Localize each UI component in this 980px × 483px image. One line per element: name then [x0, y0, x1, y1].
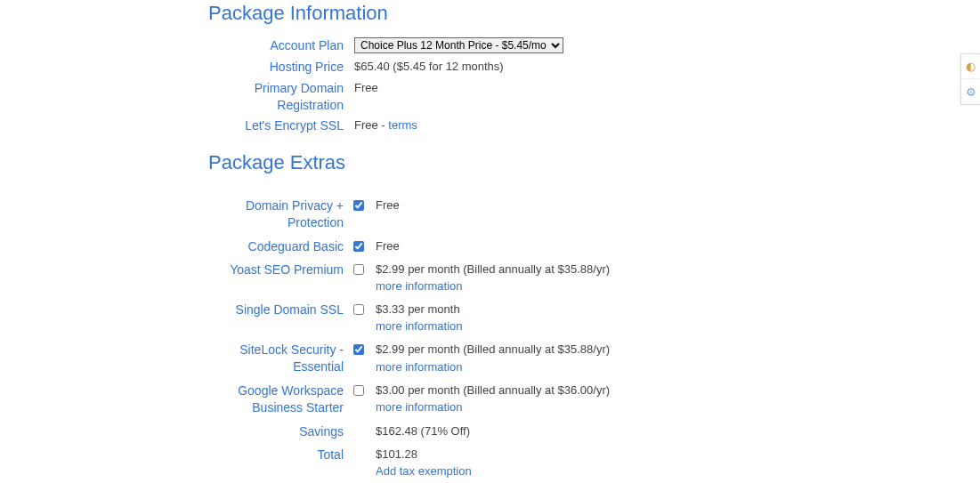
google-workspace-checkbox[interactable] [353, 385, 364, 396]
total-label: Total [208, 447, 351, 463]
sitelock-checkbox[interactable] [353, 344, 364, 355]
domain-privacy-checkbox[interactable] [353, 200, 364, 211]
domain-privacy-price: Free [367, 197, 400, 213]
savings-row: Savings $162.48 (71% Off) [208, 423, 962, 441]
sitelock-price: $2.99 per month (Billed annually at $35.… [376, 342, 610, 356]
single-ssl-row: Single Domain SSL $3.33 per month more i… [208, 302, 962, 334]
total-value: $101.28 [376, 447, 417, 461]
codeguard-price: Free [367, 238, 400, 254]
single-ssl-label: Single Domain SSL [208, 302, 351, 318]
tax-exemption-link[interactable]: Add tax exemption [376, 463, 472, 479]
hosting-price-label: Hosting Price [208, 59, 351, 76]
domain-privacy-label: Domain Privacy + Protection [208, 197, 351, 231]
hosting-price-value: $65.40 ($5.45 for 12 months) [354, 59, 504, 75]
terms-link[interactable]: terms [388, 118, 417, 132]
single-ssl-checkbox[interactable] [353, 304, 364, 315]
single-ssl-more-info-link[interactable]: more information [376, 318, 463, 334]
google-workspace-row: Google Workspace Business Starter $3.00 … [208, 382, 962, 416]
codeguard-label: Codeguard Basic [208, 238, 351, 255]
google-workspace-label: Google Workspace Business Starter [208, 382, 351, 416]
domain-privacy-row: Domain Privacy + Protection Free [208, 197, 962, 231]
yoast-checkbox[interactable] [353, 264, 364, 275]
savings-label: Savings [208, 423, 351, 440]
lets-encrypt-row: Let's Encrypt SSL Free - terms [208, 117, 962, 135]
yoast-row: Yoast SEO Premium $2.99 per month (Bille… [208, 262, 962, 294]
lets-encrypt-value: Free - terms [354, 117, 417, 133]
yoast-price: $2.99 per month (Billed annually at $35.… [376, 262, 610, 276]
google-workspace-price: $3.00 per month (Billed annually at $36.… [376, 383, 610, 397]
yoast-label: Yoast SEO Premium [208, 262, 351, 278]
side-tab-1[interactable]: ◐ [961, 54, 980, 79]
google-workspace-more-info-link[interactable]: more information [376, 399, 610, 415]
codeguard-checkbox[interactable] [353, 241, 364, 252]
codeguard-row: Codeguard Basic Free [208, 238, 962, 256]
lets-encrypt-label: Let's Encrypt SSL [208, 117, 351, 134]
primary-domain-row: Primary Domain Registration Free [208, 80, 962, 114]
sitelock-label: SiteLock Security - Essential [208, 342, 351, 375]
total-row: Total $101.28 Add tax exemption [208, 447, 962, 479]
account-plan-select[interactable]: Choice Plus 12 Month Price - $5.45/mo [354, 37, 563, 53]
single-ssl-price: $3.33 per month [376, 302, 460, 316]
side-tab-2[interactable]: ⚙ [961, 79, 980, 104]
package-extras-header: Package Extras [208, 151, 962, 174]
account-plan-label: Account Plan [208, 37, 351, 54]
account-plan-row: Account Plan Choice Plus 12 Month Price … [208, 37, 962, 55]
side-tabs: ◐ ⚙ [960, 53, 980, 105]
hosting-price-row: Hosting Price $65.40 ($5.45 for 12 month… [208, 59, 962, 76]
package-information-header: Package Information [208, 2, 962, 25]
savings-value: $162.48 (71% Off) [367, 423, 470, 439]
sitelock-row: SiteLock Security - Essential $2.99 per … [208, 342, 962, 375]
yoast-more-info-link[interactable]: more information [376, 278, 610, 294]
primary-domain-value: Free [354, 80, 378, 96]
primary-domain-label: Primary Domain Registration [208, 80, 351, 114]
sitelock-more-info-link[interactable]: more information [376, 359, 610, 375]
